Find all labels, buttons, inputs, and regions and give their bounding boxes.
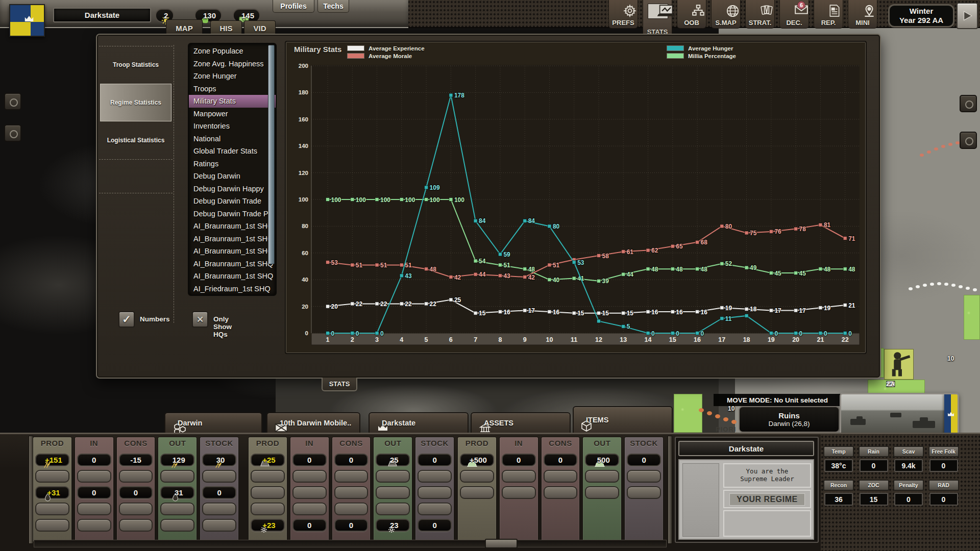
list-item[interactable]: AI_Braunraum_1st SHQ — [189, 258, 276, 270]
smap-button[interactable]: S.MAP — [711, 0, 741, 29]
stats-window-tab[interactable]: STATS — [322, 378, 357, 391]
resource-cell[interactable]: 0 — [202, 486, 236, 499]
resource-value: 2 — [164, 11, 168, 20]
resource-cell[interactable]: -15 — [119, 454, 153, 466]
sidebar-item-regime-statistics[interactable]: Regime Statistics — [100, 84, 172, 121]
panel-scroll-thumb[interactable] — [485, 539, 518, 548]
resource-value: 0 — [349, 521, 353, 530]
resource-cell[interactable]: 0 — [77, 486, 111, 499]
list-item[interactable]: Global Trader Stats — [189, 145, 276, 158]
list-item[interactable]: Debug Darwin Trade — [189, 195, 276, 208]
resource-cell-empty — [544, 470, 578, 483]
profiles-button[interactable]: Profiles — [273, 0, 314, 13]
list-item[interactable]: Debug Darwin Trade Pr — [189, 208, 276, 220]
resource-cell[interactable]: +151 — [35, 454, 69, 466]
svg-text:81: 81 — [824, 221, 831, 229]
resource-cell[interactable]: 500 — [585, 454, 619, 466]
resource-cell[interactable]: 0 — [544, 454, 578, 466]
list-item[interactable]: Manpower — [189, 108, 276, 120]
list-item[interactable]: Military Stats — [189, 95, 276, 108]
resource-cell[interactable]: 0 — [77, 454, 111, 466]
resource-cell[interactable]: +25 — [251, 454, 285, 466]
tile-stat-label: Free Folk — [928, 446, 959, 457]
resource-cell[interactable]: 0 — [119, 486, 153, 499]
resource-cell[interactable]: 0 — [292, 519, 327, 532]
svg-text:42: 42 — [454, 274, 461, 281]
list-item[interactable]: Troops — [189, 83, 276, 95]
rep-button[interactable]: REP. — [814, 0, 843, 29]
your-regime-button[interactable]: YOUR REGIME — [729, 493, 805, 506]
resource-cell[interactable]: 0 — [334, 454, 369, 466]
tile-stat-recon: Recon36 — [823, 480, 855, 508]
list-item[interactable]: AI_Braunraum_1st SHQ — [189, 245, 276, 258]
map-unit-soldier-tile[interactable] — [884, 349, 914, 380]
list-item[interactable]: AI_Braunraum_1st SHQ — [189, 220, 276, 233]
mini-button[interactable]: MINI — [848, 0, 877, 29]
resource-cell[interactable]: 23 — [376, 519, 410, 532]
only-show-hqs-checkbox[interactable]: ✕ — [192, 311, 208, 328]
resource-cell[interactable]: 0 — [418, 454, 452, 466]
resource-cell[interactable]: 0 — [418, 519, 452, 532]
map-tool-button[interactable] — [960, 95, 977, 112]
resource-cell[interactable]: 129 — [160, 454, 194, 466]
prefs-button[interactable]: PREFS — [608, 0, 638, 29]
svg-text:16: 16 — [503, 309, 510, 316]
list-item[interactable]: AI_Braunraum_1st SHQ — [189, 270, 276, 283]
svg-text:19: 19 — [768, 336, 775, 343]
resource-cell[interactable]: +500 — [460, 454, 494, 466]
resource-cell[interactable]: +31 — [35, 486, 69, 499]
resource-cell[interactable]: +23 — [251, 519, 285, 532]
map-tool-button[interactable] — [960, 132, 977, 149]
svg-text:19: 19 — [824, 305, 831, 312]
resource-value: 0 — [642, 456, 646, 464]
dock-tab-darkstate[interactable]: Darkstate — [369, 412, 469, 433]
svg-text:17: 17 — [774, 307, 781, 314]
list-item[interactable]: Debug Darwin — [189, 170, 276, 183]
resource-cell-empty — [502, 470, 536, 483]
resource-cell[interactable]: 30 — [202, 454, 236, 466]
svg-text:48: 48 — [651, 266, 658, 273]
column-header: PROD — [460, 439, 494, 450]
resource-cell-empty — [376, 503, 410, 515]
dock-tab-10th-darwin-mobile-[interactable]: 10th Darwin Mobile.. — [266, 412, 360, 433]
stat-list-scrollbar[interactable] — [268, 45, 275, 264]
resource-cell-empty — [460, 470, 494, 483]
resource-value: 0 — [432, 521, 436, 530]
tile-stat-label: Rain — [859, 446, 889, 457]
stats-button[interactable]: STATS — [643, 0, 672, 38]
resource-cell[interactable]: 0 — [627, 454, 661, 466]
list-item[interactable]: Zone Populace — [189, 45, 276, 58]
svg-text:44: 44 — [479, 271, 486, 278]
leader-text: You are the Supreme Leader — [724, 467, 810, 483]
list-item[interactable]: Zone Avg. Happiness — [189, 58, 276, 70]
resource-cell[interactable]: 31 — [160, 486, 194, 499]
list-item[interactable]: Debug Darwin Happy — [189, 183, 276, 195]
techs-button[interactable]: Techs — [317, 0, 349, 13]
leader-portrait — [682, 463, 719, 537]
resource-column-stock: STOCK0 — [624, 437, 664, 542]
map-tool-button[interactable] — [4, 93, 21, 110]
resource-cell[interactable]: 0 — [502, 454, 536, 466]
resource-cell[interactable]: 0 — [292, 454, 327, 466]
panel-scroll-track[interactable] — [34, 540, 667, 547]
list-item[interactable]: AI_Braunraum_1st SHQ — [189, 233, 276, 245]
numbers-checkbox[interactable]: ✓ — [118, 311, 135, 328]
list-item[interactable]: Inventories — [189, 120, 276, 133]
dec-button[interactable]: DEC.6 — [779, 0, 809, 29]
resource-value: +23 — [262, 521, 275, 530]
list-item[interactable]: National — [189, 133, 276, 145]
end-turn-button[interactable] — [957, 3, 978, 29]
sidebar-item-logistical-statistics[interactable]: Logistical Statistics — [100, 121, 172, 159]
map-tool-button[interactable] — [4, 124, 21, 142]
list-item[interactable]: Zone Hunger — [189, 70, 276, 83]
dock-tab-items[interactable]: ITEMS — [573, 406, 673, 433]
list-item[interactable]: Ratings — [189, 158, 276, 170]
oob-button[interactable]: OOB — [677, 0, 706, 29]
dock-tab-assets[interactable]: ASSETS — [471, 412, 571, 433]
dock-tab-darwin[interactable]: Darwin — [164, 412, 262, 433]
list-item[interactable]: AI_Friedraum_1st SHQ — [189, 283, 276, 295]
sidebar-item-troop-statistics[interactable]: Troop Statistics — [100, 46, 172, 84]
resource-cell[interactable]: 0 — [334, 519, 369, 532]
resource-cell[interactable]: 25 — [376, 454, 410, 466]
strat-button[interactable]: STRAT. — [745, 0, 775, 29]
